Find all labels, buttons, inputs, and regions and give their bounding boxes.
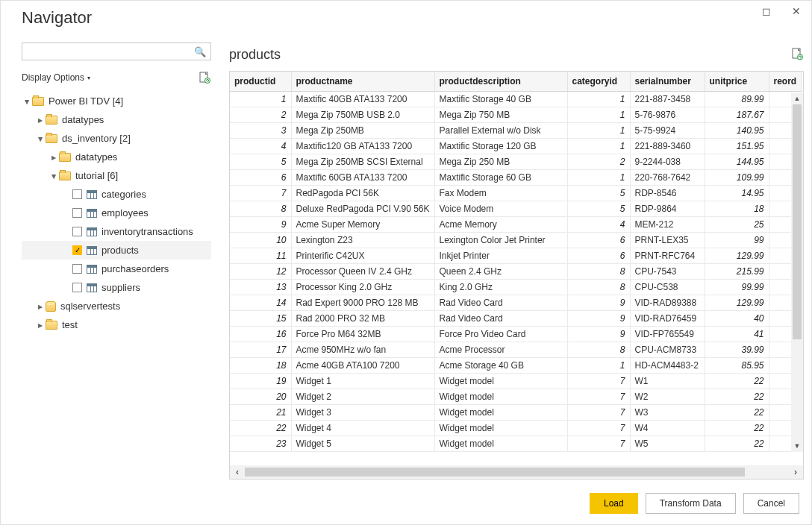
cell-categoryid: 7 — [567, 404, 630, 420]
close-icon[interactable]: ✕ — [781, 1, 811, 22]
table-row[interactable]: 9Acme Super MemoryAcme Memory4MEM-21225 — [230, 216, 802, 232]
cell-productdescription: Acme Storage 40 GB — [434, 357, 567, 373]
cell-serialnumber: W3 — [630, 404, 705, 420]
vertical-scrollbar[interactable]: ▲ ▼ — [791, 92, 803, 452]
tree-node-suppliers[interactable]: suppliers — [22, 278, 211, 297]
navigator-tree[interactable]: Power BI TDV [4] datatypes ds_inventory … — [22, 92, 211, 480]
cell-productname: Acme 950MHz w/o fan — [291, 342, 434, 357]
table-row[interactable]: 16Force Pro M64 32MBForce Pro Video Card… — [230, 326, 802, 342]
checkbox[interactable] — [72, 208, 82, 218]
cell-productdescription: Queen 2.4 GHz — [434, 263, 567, 279]
cell-serialnumber: RDP-9864 — [630, 201, 705, 216]
table-row[interactable]: 19Widget 1Widget model7W122 — [230, 373, 802, 389]
expand-icon[interactable] — [51, 153, 56, 161]
cell-productid: 1 — [230, 91, 291, 107]
tree-label: Power BI TDV [4] — [49, 95, 123, 107]
table-row[interactable]: 15Rad 2000 PRO 32 MBRad Video Card9VID-R… — [230, 310, 802, 326]
search-icon[interactable]: 🔍 — [194, 46, 206, 57]
cell-productdescription: Mega Zip 250 MB — [434, 154, 567, 169]
table-row[interactable]: 7RedPagoda PCI 56KFax Modem5RDP-854614.9… — [230, 185, 802, 201]
tree-node-test[interactable]: test — [22, 315, 211, 334]
tree-node-products[interactable]: products — [22, 241, 211, 260]
cell-serialnumber: MEM-212 — [630, 216, 705, 232]
col-productid[interactable]: productid — [230, 72, 291, 91]
refresh-preview-icon[interactable] — [792, 48, 804, 61]
expand-icon[interactable] — [25, 97, 29, 105]
tree-node-inventorytransactions[interactable]: inventorytransactions — [22, 222, 211, 241]
load-button[interactable]: Load — [590, 493, 638, 514]
tree-label: test — [62, 319, 78, 330]
table-row[interactable]: 23Widget 5Widget model7W522 — [230, 436, 802, 451]
tree-node-purchaseorders[interactable]: purchaseorders — [22, 260, 211, 278]
checkbox[interactable] — [72, 189, 82, 199]
scroll-thumb[interactable] — [245, 468, 745, 477]
search-input[interactable] — [27, 46, 194, 57]
table-row[interactable]: 6Maxtific 60GB ATA133 7200Maxtific Stora… — [230, 169, 802, 185]
tree-node-sqlservertests[interactable]: sqlservertests — [22, 297, 211, 315]
col-productname[interactable]: productname — [291, 72, 434, 91]
table-row[interactable]: 5Mega Zip 250MB SCSI ExternalMega Zip 25… — [230, 154, 802, 169]
table-row[interactable]: 18Acme 40GB ATA100 7200Acme Storage 40 G… — [230, 357, 802, 373]
scroll-right-icon[interactable]: › — [788, 465, 803, 479]
table-row[interactable]: 20Widget 2Widget model7W222 — [230, 389, 802, 404]
cell-productdescription: Voice Modem — [434, 201, 567, 216]
expand-icon[interactable] — [51, 172, 56, 180]
cell-productid: 9 — [230, 216, 291, 232]
tree-node-ds-inventory[interactable]: ds_inventory [2] — [22, 129, 211, 148]
checkbox[interactable] — [72, 264, 82, 274]
expand-icon[interactable] — [38, 116, 43, 124]
col-productdescription[interactable]: productdescription — [434, 72, 567, 91]
horizontal-scrollbar[interactable]: ‹ › — [230, 465, 803, 479]
table-row[interactable]: 10Lexington Z23Lexington Color Jet Print… — [230, 232, 802, 248]
table-row[interactable]: 1Maxtific 40GB ATA133 7200Maxtific Stora… — [230, 91, 802, 107]
expand-icon[interactable] — [38, 321, 43, 329]
cell-productdescription: Widget model — [434, 404, 567, 420]
table-row[interactable]: 22Widget 4Widget model7W422 — [230, 420, 802, 436]
cell-serialnumber: W4 — [630, 420, 705, 436]
cell-unitprice: 129.99 — [705, 295, 769, 310]
cell-unitprice: 109.99 — [705, 169, 769, 185]
refresh-tree-icon[interactable] — [198, 71, 211, 84]
col-serialnumber[interactable]: serialnumber — [630, 72, 705, 91]
table-row[interactable]: 11Printerific C42UXInkjet Printer6PRNT-R… — [230, 248, 802, 263]
cell-serialnumber: VID-RAD76459 — [630, 310, 705, 326]
scroll-up-icon[interactable]: ▲ — [791, 92, 803, 104]
table-row[interactable]: 12Processor Queen IV 2.4 GHzQueen 2.4 GH… — [230, 263, 802, 279]
expand-icon[interactable] — [38, 134, 43, 142]
preview-table[interactable]: productid productname productdescription… — [230, 72, 802, 452]
scroll-down-icon[interactable]: ▼ — [791, 440, 803, 452]
table-row[interactable]: 13Processor King 2.0 GHzKing 2.0 GHz8CPU… — [230, 279, 802, 295]
table-row[interactable]: 14Rad Expert 9000 PRO 128 MBRad Video Ca… — [230, 295, 802, 310]
table-row[interactable]: 2Mega Zip 750MB USB 2.0Mega Zip 750 MB15… — [230, 107, 802, 122]
checkbox[interactable] — [72, 283, 82, 292]
display-options-dropdown[interactable]: Display Options ▾ — [22, 72, 90, 83]
scroll-left-icon[interactable]: ‹ — [230, 465, 245, 479]
cancel-button[interactable]: Cancel — [743, 493, 799, 514]
table-row[interactable]: 8Deluxe RedPagoda PCI V.90 56KVoice Mode… — [230, 201, 802, 216]
expand-icon[interactable] — [38, 302, 43, 310]
tree-node-employees[interactable]: employees — [22, 204, 211, 222]
tree-node-categories[interactable]: categories — [22, 185, 211, 204]
col-categoryid[interactable]: categoryid — [567, 72, 630, 91]
table-icon — [87, 246, 97, 255]
checkbox[interactable] — [72, 245, 82, 255]
maximize-icon[interactable]: ◻ — [752, 1, 781, 22]
cell-productid: 20 — [230, 389, 291, 404]
table-row[interactable]: 21Widget 3Widget model7W322 — [230, 404, 802, 420]
cell-productid: 14 — [230, 295, 291, 310]
tree-node-datatypes-2[interactable]: datatypes — [22, 148, 211, 166]
table-row[interactable]: 3Mega Zip 250MBParallel External w/o Dis… — [230, 122, 802, 138]
table-row[interactable]: 4Maxtific120 GB ATA133 7200Maxtific Stor… — [230, 138, 802, 154]
col-unitprice[interactable]: unitprice — [705, 72, 769, 91]
transform-data-button[interactable]: Transform Data — [646, 493, 736, 514]
cell-productid: 21 — [230, 404, 291, 420]
tree-node-tutorial[interactable]: tutorial [6] — [22, 166, 211, 185]
scroll-thumb[interactable] — [793, 104, 802, 339]
tree-node-datatypes[interactable]: datatypes — [22, 110, 211, 129]
col-reorder[interactable]: reord — [769, 72, 802, 91]
table-icon — [87, 209, 97, 218]
search-box[interactable]: 🔍 — [22, 43, 211, 60]
table-row[interactable]: 17Acme 950MHz w/o fanAcme Processor8CPU-… — [230, 342, 802, 357]
checkbox[interactable] — [72, 227, 82, 236]
tree-node-root[interactable]: Power BI TDV [4] — [22, 92, 211, 110]
